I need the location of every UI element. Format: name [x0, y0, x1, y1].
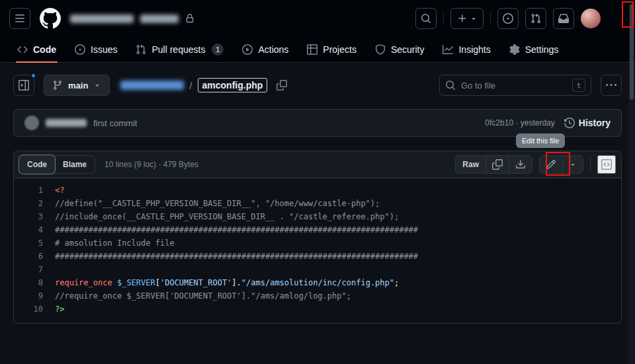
- line-number[interactable]: 3: [14, 210, 55, 223]
- tab-code[interactable]: Code: [11, 37, 63, 62]
- more-options-button[interactable]: [601, 75, 622, 96]
- blame-view-tab[interactable]: Blame: [55, 155, 95, 174]
- tab-projects[interactable]: Projects: [300, 37, 363, 62]
- file-meta-info: 10 lines (9 loc) · 479 Bytes: [105, 160, 198, 169]
- code-line: 9//require_once $_SERVER['DOCUMENT_ROOT'…: [14, 289, 621, 303]
- line-number[interactable]: 7: [14, 263, 55, 276]
- commit-meta-area: 0fc2b10 · yesterday History: [485, 118, 611, 128]
- code-lines: 1<?2//define("__CASTLE_PHP_VERSION_BASE_…: [14, 178, 621, 321]
- pencil-icon: [546, 159, 556, 170]
- table-icon: [307, 44, 318, 55]
- code-text: # amsolution Include file: [55, 237, 175, 250]
- hamburger-menu-button[interactable]: [9, 8, 30, 29]
- issues-button[interactable]: [497, 8, 519, 29]
- line-number[interactable]: 10: [14, 303, 55, 316]
- sidebar-expand-icon: [19, 80, 29, 91]
- line-number[interactable]: 9: [14, 289, 55, 303]
- go-to-file-box[interactable]: t: [439, 75, 591, 96]
- pull-request-icon: [530, 13, 541, 24]
- tab-label: Settings: [525, 44, 559, 55]
- create-new-button[interactable]: [450, 8, 484, 29]
- line-number[interactable]: 4: [14, 223, 55, 237]
- go-to-file-input[interactable]: [461, 81, 567, 91]
- code-line: 4#######################################…: [14, 223, 621, 237]
- scrollbar-thumb[interactable]: [630, 4, 634, 100]
- code-text: ########################################…: [55, 250, 418, 263]
- commit-message[interactable]: first commit: [93, 118, 137, 128]
- header-divider: [490, 12, 491, 25]
- tab-security[interactable]: Security: [368, 37, 431, 62]
- search-icon: [445, 80, 456, 91]
- search-icon: [421, 13, 431, 24]
- committer-avatar[interactable]: [24, 116, 39, 130]
- history-clock-icon: [564, 118, 575, 128]
- tab-issues[interactable]: Issues: [68, 37, 124, 62]
- git-branch-icon: [52, 80, 63, 91]
- code-text: ########################################…: [55, 223, 418, 237]
- pull-requests-button[interactable]: [525, 8, 546, 29]
- edit-button-group: [539, 155, 583, 174]
- repo-owner-redacted[interactable]: [70, 15, 134, 23]
- file-name[interactable]: amconfig.php: [198, 78, 268, 92]
- raw-copy-download-group: Raw: [455, 155, 532, 174]
- code-text: //define("__CASTLE_PHP_VERSION_BASE_DIR_…: [55, 197, 380, 210]
- issue-opened-icon: [75, 44, 85, 55]
- download-icon[interactable]: [509, 156, 532, 173]
- header-breadcrumb: [70, 14, 194, 23]
- line-number[interactable]: 5: [14, 237, 55, 250]
- file-nav-row: main / amconfig.php t: [13, 75, 622, 96]
- code-line: 6#######################################…: [14, 250, 621, 263]
- code-text: <?: [55, 184, 64, 197]
- tab-label: Projects: [323, 44, 357, 55]
- branch-name: main: [68, 81, 88, 91]
- github-logo-icon[interactable]: [40, 8, 61, 29]
- line-number[interactable]: 2: [14, 197, 55, 210]
- top-header: [0, 0, 635, 37]
- file-tree-toggle-button[interactable]: [13, 75, 34, 96]
- tab-pull-requests[interactable]: Pull requests 1: [129, 37, 230, 62]
- tab-label: Pull requests: [151, 44, 205, 55]
- history-button[interactable]: History: [564, 118, 611, 128]
- latest-commit-bar: first commit 0fc2b10 · yesterday History: [13, 109, 622, 137]
- repo-link-redacted[interactable]: [120, 81, 184, 90]
- code-line: 3//include_once(__CASTLE_PHP_VERSION_BAS…: [14, 210, 621, 223]
- line-number[interactable]: 8: [14, 276, 55, 289]
- line-number[interactable]: 1: [14, 184, 55, 197]
- edit-file-button[interactable]: [540, 156, 562, 173]
- symbols-panel-button[interactable]: [597, 155, 616, 174]
- search-button[interactable]: [415, 8, 437, 29]
- copy-path-icon[interactable]: [276, 80, 287, 91]
- branch-selector-button[interactable]: main: [44, 75, 110, 96]
- code-icon: [17, 44, 28, 55]
- file-breadcrumb: / amconfig.php: [120, 78, 287, 92]
- inbox-button[interactable]: [553, 8, 574, 29]
- header-divider: [443, 12, 444, 25]
- pull-requests-count-badge: 1: [212, 44, 224, 55]
- shield-icon: [375, 44, 386, 55]
- gear-icon: [509, 44, 520, 55]
- code-text: require_once $_SERVER['DOCUMENT_ROOT']."…: [55, 276, 399, 289]
- code-view-tab[interactable]: Code: [19, 155, 55, 174]
- copy-file-icon[interactable]: [486, 156, 509, 173]
- edit-file-tooltip: Edit this file: [516, 133, 565, 148]
- code-line: 5# amsolution Include file: [14, 237, 621, 250]
- commit-sha-time[interactable]: 0fc2b10 · yesterday: [485, 118, 554, 127]
- caret-down-icon: [93, 81, 101, 89]
- user-avatar[interactable]: [581, 9, 601, 28]
- toolbar-divider: [590, 158, 591, 171]
- file-header-toolbar: Code Blame 10 lines (9 loc) · 479 Bytes …: [14, 151, 621, 178]
- raw-button[interactable]: Raw: [456, 156, 486, 173]
- issue-opened-icon: [503, 13, 513, 24]
- committer-name-redacted[interactable]: [46, 119, 87, 127]
- caret-down-icon: [470, 15, 478, 22]
- code-line: 1<?: [14, 184, 621, 197]
- edit-options-caret-button[interactable]: [562, 156, 583, 173]
- repo-name-redacted[interactable]: [140, 15, 179, 23]
- line-number[interactable]: 6: [14, 250, 55, 263]
- page-scrollbar: [628, 0, 635, 364]
- tab-actions[interactable]: Actions: [235, 37, 295, 62]
- tab-insights[interactable]: Insights: [436, 37, 497, 62]
- tab-settings[interactable]: Settings: [503, 37, 566, 62]
- tab-label: Insights: [458, 44, 490, 55]
- code-line: 10?>: [14, 303, 621, 316]
